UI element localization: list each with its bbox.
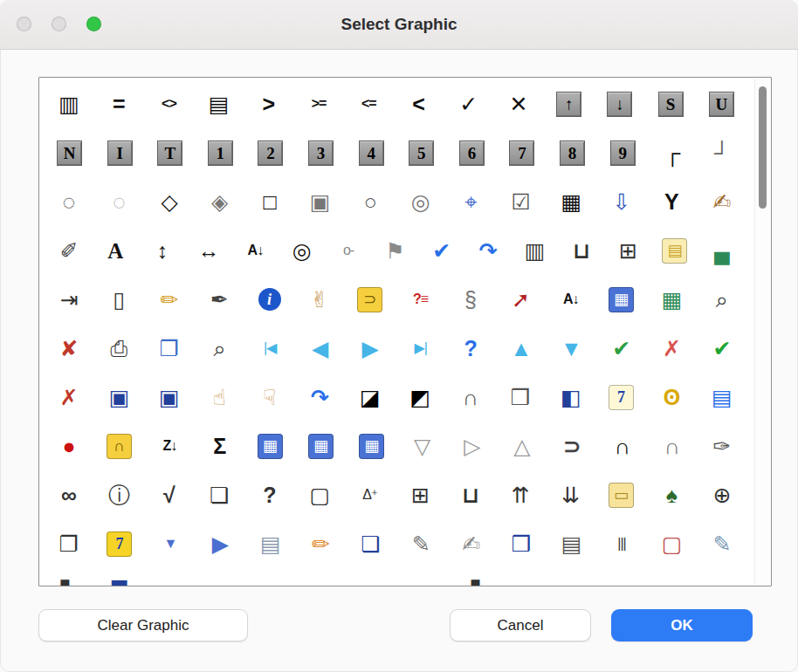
apply-check-icon[interactable]: ✔ xyxy=(604,331,639,366)
clipped-icon-10[interactable]: ▄ xyxy=(504,575,539,586)
greater-than-icon[interactable]: > xyxy=(251,86,286,121)
sigma-icon[interactable]: Σ xyxy=(203,429,237,463)
diamond-shaded-icon[interactable]: ◈ xyxy=(203,184,237,219)
thumbs-down-icon[interactable]: ☟ xyxy=(252,380,287,415)
copy-icon[interactable]: ❐ xyxy=(152,331,187,366)
key-icon[interactable]: o- xyxy=(331,233,366,268)
next-record-icon[interactable]: ▶ xyxy=(353,331,388,366)
lock-black-icon[interactable]: ∩ xyxy=(604,429,639,463)
less-than-icon[interactable]: < xyxy=(402,86,437,121)
document-icon[interactable]: ▤ xyxy=(202,86,237,121)
clipped-icon-1[interactable]: ▘ xyxy=(52,575,86,586)
clear-graphic-button[interactable]: Clear Graphic xyxy=(38,609,248,641)
lightbulb-icon[interactable]: ʘ xyxy=(654,380,689,415)
hand-icon[interactable]: ✌ xyxy=(302,282,337,317)
collapse-down-icon[interactable]: ⇊ xyxy=(554,477,588,512)
sort-az-down-icon[interactable]: A↓ xyxy=(554,282,588,317)
database-icon[interactable]: ▦ xyxy=(609,287,634,312)
thumbs-up-icon[interactable]: ☝ xyxy=(202,380,237,415)
lock-mesh-icon[interactable]: ∩ xyxy=(655,429,690,463)
pencil-icon[interactable]: ✏ xyxy=(152,282,187,317)
exit-door-icon[interactable]: ⇥ xyxy=(52,282,86,317)
eyeglasses-icon[interactable]: ∞ xyxy=(52,477,86,512)
target-icon[interactable]: ◎ xyxy=(285,233,320,268)
popup-window-icon[interactable]: ❏ xyxy=(354,526,389,561)
document-search-icon[interactable]: ⌕ xyxy=(705,282,740,317)
add-box-icon[interactable]: ⊞ xyxy=(610,233,645,268)
scroll-up-icon[interactable]: ▲ xyxy=(504,331,539,366)
vertical-resize-icon[interactable]: ↕ xyxy=(145,233,180,268)
contrast-square-icon[interactable]: ◪ xyxy=(353,380,388,415)
down-arrow-button-icon[interactable]: ↓ xyxy=(607,92,632,117)
sticky-note-icon[interactable]: ▤ xyxy=(662,238,687,264)
digit-3-button-icon[interactable]: 3 xyxy=(308,141,334,166)
angle-brackets-icon[interactable]: <> xyxy=(151,86,186,121)
triangle-down-outline-icon[interactable]: ▽ xyxy=(405,429,440,463)
help-circle-icon[interactable]: ? xyxy=(252,477,287,512)
checked-box-icon[interactable]: ☑ xyxy=(504,184,539,219)
previous-record-icon[interactable]: ◀ xyxy=(303,331,338,366)
binder-pen-icon[interactable]: ❒ xyxy=(504,526,539,561)
dotted-circle-icon[interactable]: ○ xyxy=(353,184,388,219)
marquee-window-icon[interactable]: ▢ xyxy=(302,477,337,512)
dashed-circle-icon[interactable]: ◌ xyxy=(52,184,86,219)
stacked-cubes-icon[interactable]: ❒ xyxy=(503,380,538,415)
snap-point-icon[interactable]: ⌖ xyxy=(453,184,488,219)
check-icon[interactable]: ✓ xyxy=(451,86,486,121)
calendar-7-icon[interactable]: 7 xyxy=(609,385,634,410)
square-root-icon[interactable]: √ xyxy=(152,477,187,512)
bold-n-button-icon[interactable]: N xyxy=(57,141,82,166)
digit-1-button-icon[interactable]: 1 xyxy=(208,141,233,166)
border-bottom-right-icon[interactable]: ┘ xyxy=(705,135,740,170)
tiled-windows-icon[interactable]: ❐ xyxy=(52,526,86,561)
database-export-icon[interactable]: ▦ xyxy=(308,434,334,459)
pushpin-icon[interactable]: ⚑ xyxy=(377,233,412,268)
clipped-icon-11[interactable]: ▅ xyxy=(554,575,588,586)
print-icon[interactable]: ⎙ xyxy=(102,331,137,366)
page-edit-icon[interactable]: ▤ xyxy=(253,526,288,561)
clipped-icon-3[interactable]: ▾ xyxy=(152,575,187,586)
red-ball-icon[interactable]: ● xyxy=(52,429,86,463)
unlock-yellow-icon[interactable]: ⊃ xyxy=(357,287,382,312)
triangle-up-outline-icon[interactable]: △ xyxy=(505,429,540,463)
horizontal-resize-icon[interactable]: ↔ xyxy=(191,233,226,268)
diamond-outline-icon[interactable]: ◇ xyxy=(152,184,187,219)
vertical-scrollbar-thumb[interactable] xyxy=(759,86,767,209)
hand-pen-icon[interactable]: ✍ xyxy=(705,184,740,219)
help-question-icon[interactable]: ? xyxy=(453,331,488,366)
ok-button[interactable]: OK xyxy=(611,609,753,641)
square-shaded-icon[interactable]: ▣ xyxy=(303,184,338,219)
min-max-icon[interactable]: Y xyxy=(654,184,689,219)
digit-8-button-icon[interactable]: 8 xyxy=(560,141,585,166)
strike-button-icon[interactable]: S xyxy=(658,92,684,117)
up-arrow-button-icon[interactable]: ↑ xyxy=(556,92,581,117)
barcode-icon[interactable]: ||| xyxy=(604,526,639,561)
zoom-icon[interactable]: ⌕ xyxy=(203,331,237,366)
selection-frame-icon[interactable]: ▢ xyxy=(654,526,689,561)
shield-cross-icon[interactable]: ⊕ xyxy=(705,477,740,512)
less-equal-icon[interactable]: <= xyxy=(351,86,386,121)
draft-pen-icon[interactable]: ✍ xyxy=(454,526,489,561)
vertical-scrollbar-track[interactable] xyxy=(754,79,770,585)
clipped-icon-4[interactable]: ▸ xyxy=(203,575,237,586)
pen-dotted-icon[interactable]: ✎ xyxy=(705,526,740,561)
cascade-windows-icon[interactable]: ❏ xyxy=(202,477,237,512)
font-letter-icon[interactable]: A xyxy=(98,233,133,268)
digit-4-button-icon[interactable]: 4 xyxy=(359,141,384,166)
green-book-icon[interactable]: ▄ xyxy=(705,233,740,268)
annotate-pen-icon[interactable]: ✎ xyxy=(403,526,438,561)
clipped-icon-5[interactable]: ▖ xyxy=(252,575,287,586)
spreadsheet-icon[interactable]: ▦ xyxy=(655,282,690,317)
database-menu-icon[interactable]: ▦ xyxy=(359,434,384,459)
pencil-orange-icon[interactable]: ✏ xyxy=(303,526,338,561)
scroll-down-icon[interactable]: ▼ xyxy=(554,331,588,366)
cancel-x-icon[interactable]: ✗ xyxy=(654,331,689,366)
greater-equal-icon[interactable]: >= xyxy=(301,86,336,121)
border-top-left-icon[interactable]: ┌ xyxy=(655,135,690,170)
scroll-pen-icon[interactable]: § xyxy=(453,282,488,317)
clipped-icon-8[interactable]: ▪ xyxy=(403,575,438,586)
equals-icon[interactable]: = xyxy=(101,86,136,121)
notes-page-icon[interactable]: ▤ xyxy=(705,380,740,415)
square-outline-icon[interactable]: □ xyxy=(252,184,287,219)
dropdown-triangle-icon[interactable]: ▼ xyxy=(153,526,188,561)
